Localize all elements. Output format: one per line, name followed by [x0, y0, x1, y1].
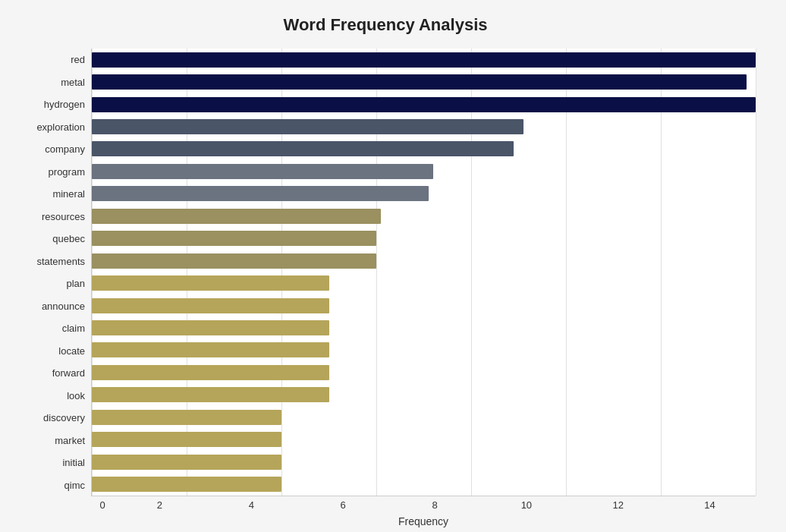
y-label: hydrogen — [44, 94, 85, 115]
bar-row — [92, 340, 756, 360]
bar — [92, 186, 429, 201]
x-tick-label: 14 — [664, 499, 756, 511]
y-label: exploration — [36, 116, 85, 137]
y-axis-labels: redmetalhydrogenexplorationcompanyprogra… — [15, 49, 91, 496]
bar-row — [92, 117, 756, 137]
bar-row — [92, 50, 756, 70]
bar-row — [92, 72, 756, 92]
x-tick-label: 8 — [389, 499, 481, 511]
bar — [92, 365, 329, 380]
bar-row — [92, 430, 756, 449]
x-tick-label: 6 — [297, 499, 389, 511]
grid-line — [566, 49, 567, 496]
bar-row — [92, 452, 756, 472]
bar — [92, 455, 281, 470]
bar — [92, 320, 329, 335]
bar — [92, 164, 433, 179]
chart-area: redmetalhydrogenexplorationcompanyprogra… — [15, 49, 756, 496]
y-label: discovery — [43, 408, 85, 429]
y-label: plan — [66, 273, 85, 294]
grid-line — [756, 49, 756, 496]
bar-row — [92, 273, 756, 293]
y-label: metal — [61, 71, 85, 93]
grid-line — [281, 49, 282, 496]
grid-line — [92, 49, 93, 496]
x-tick-labels: 02468101214 — [91, 499, 756, 511]
bar — [92, 298, 329, 313]
bar-row — [92, 184, 756, 203]
x-tick-label: 10 — [480, 499, 572, 511]
bar — [92, 275, 329, 291]
y-label: forward — [52, 363, 85, 384]
grid-line — [661, 49, 662, 496]
bar — [92, 432, 281, 447]
bar — [92, 342, 329, 357]
y-label: claim — [62, 318, 85, 339]
bar — [92, 141, 514, 156]
y-label: announce — [42, 295, 85, 316]
bar — [92, 231, 376, 246]
bar-row — [92, 385, 756, 405]
bar — [92, 387, 329, 402]
bar — [92, 253, 376, 269]
y-label: company — [45, 139, 85, 160]
y-label: red — [71, 49, 85, 71]
y-label: initial — [62, 452, 85, 474]
x-axis: 02468101214 Frequency — [91, 496, 756, 527]
grid-line — [187, 49, 187, 496]
chart-container: Word Frequency Analysis redmetalhydrogen… — [0, 0, 786, 532]
y-label: resources — [42, 206, 85, 227]
grid-line — [376, 49, 377, 496]
plot-area — [91, 49, 756, 496]
bar-row — [92, 296, 756, 316]
bar-row — [92, 206, 756, 226]
bar — [92, 97, 756, 112]
bar-row — [92, 139, 756, 159]
bar-row — [92, 251, 756, 271]
bar-row — [92, 408, 756, 427]
grid-line — [471, 49, 472, 496]
y-label: mineral — [52, 184, 85, 205]
chart-title: Word Frequency Analysis — [15, 15, 756, 35]
bar — [92, 74, 747, 90]
x-axis-title: Frequency — [91, 515, 756, 527]
bar-row — [92, 95, 756, 115]
bar-row — [92, 363, 756, 382]
bar — [92, 410, 281, 425]
y-label: statements — [36, 250, 85, 272]
bar-row — [92, 474, 756, 494]
bar-row — [92, 162, 756, 181]
y-label: locate — [58, 340, 85, 361]
y-label: market — [55, 430, 85, 451]
y-label: quebec — [52, 228, 85, 250]
bar-row — [92, 318, 756, 338]
x-tick-label: 12 — [572, 499, 664, 511]
bar — [92, 119, 523, 134]
bar — [92, 209, 381, 224]
bar-row — [92, 228, 756, 248]
x-tick-label: 2 — [114, 499, 206, 511]
bar — [92, 477, 281, 492]
y-label: qimc — [64, 474, 85, 496]
x-tick-label: 4 — [206, 499, 297, 511]
bar — [92, 52, 756, 68]
x-tick-label: 0 — [91, 499, 114, 511]
y-label: program — [49, 161, 85, 182]
y-label: look — [67, 385, 85, 406]
